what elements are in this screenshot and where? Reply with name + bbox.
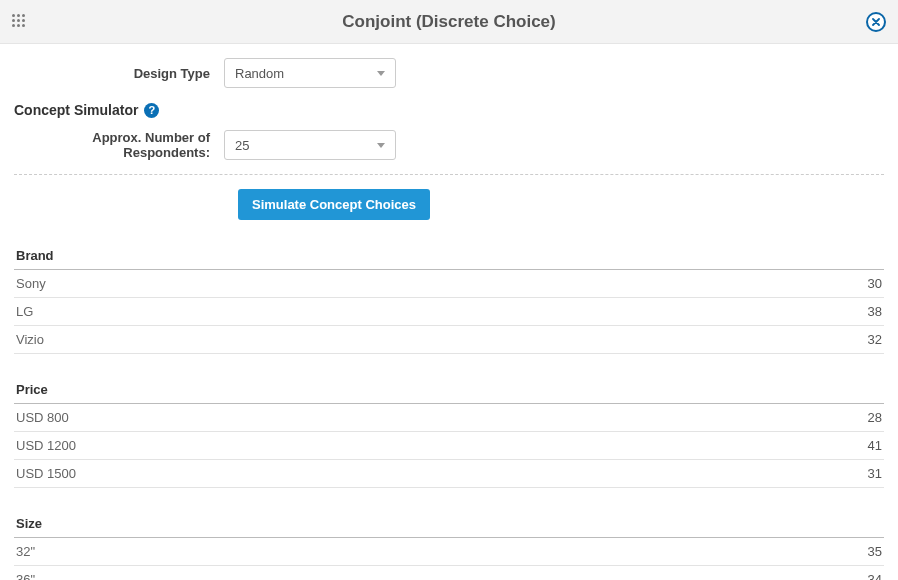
respondents-select[interactable]: 25 — [224, 130, 396, 160]
help-icon[interactable]: ? — [144, 103, 159, 118]
result-row-label: USD 1200 — [16, 438, 76, 453]
result-row-label: LG — [16, 304, 33, 319]
result-row: Sony30 — [14, 270, 884, 298]
simulate-button-row: Simulate Concept Choices — [14, 189, 884, 220]
result-row-value: 31 — [868, 466, 882, 481]
result-row-label: 32" — [16, 544, 35, 559]
design-type-row: Design Type Random — [14, 58, 884, 88]
result-row-value: 28 — [868, 410, 882, 425]
results-container: BrandSony30LG38Vizio32PriceUSD 80028USD … — [14, 242, 884, 580]
result-row-value: 35 — [868, 544, 882, 559]
result-row: USD 80028 — [14, 404, 884, 432]
chevron-down-icon — [377, 71, 385, 76]
design-type-value: Random — [235, 66, 284, 81]
design-type-select[interactable]: Random — [224, 58, 396, 88]
chevron-down-icon — [377, 143, 385, 148]
panel-header: Conjoint (Discrete Choice) — [0, 0, 898, 44]
result-group: BrandSony30LG38Vizio32 — [14, 242, 884, 354]
result-group-header: Price — [14, 376, 884, 404]
panel-title: Conjoint (Discrete Choice) — [0, 12, 898, 32]
concept-simulator-heading: Concept Simulator — [14, 102, 138, 118]
result-row-value: 34 — [868, 572, 882, 580]
respondents-row: Approx. Number of Respondents: 25 — [14, 130, 884, 160]
respondents-value: 25 — [235, 138, 249, 153]
result-row: USD 150031 — [14, 460, 884, 488]
panel-content: Design Type Random Concept Simulator ? A… — [0, 44, 898, 580]
result-group-header: Size — [14, 510, 884, 538]
result-row-value: 30 — [868, 276, 882, 291]
result-row: Vizio32 — [14, 326, 884, 354]
result-row: 36"34 — [14, 566, 884, 580]
result-row-label: Vizio — [16, 332, 44, 347]
result-group: Size32"3536"34 — [14, 510, 884, 580]
drag-handle-icon[interactable] — [12, 14, 28, 30]
simulate-button[interactable]: Simulate Concept Choices — [238, 189, 430, 220]
result-group-header: Brand — [14, 242, 884, 270]
design-type-label: Design Type — [14, 66, 224, 81]
result-row-label: 36" — [16, 572, 35, 580]
result-row-label: USD 1500 — [16, 466, 76, 481]
concept-simulator-heading-row: Concept Simulator ? — [14, 102, 884, 118]
result-row: LG38 — [14, 298, 884, 326]
result-row-value: 41 — [868, 438, 882, 453]
result-row: 32"35 — [14, 538, 884, 566]
result-row-label: Sony — [16, 276, 46, 291]
result-row-value: 32 — [868, 332, 882, 347]
result-row-label: USD 800 — [16, 410, 69, 425]
divider — [14, 174, 884, 175]
close-button[interactable] — [866, 12, 886, 32]
result-group: PriceUSD 80028USD 120041USD 150031 — [14, 376, 884, 488]
result-row: USD 120041 — [14, 432, 884, 460]
close-icon — [872, 18, 880, 26]
result-row-value: 38 — [868, 304, 882, 319]
respondents-label: Approx. Number of Respondents: — [14, 130, 224, 160]
